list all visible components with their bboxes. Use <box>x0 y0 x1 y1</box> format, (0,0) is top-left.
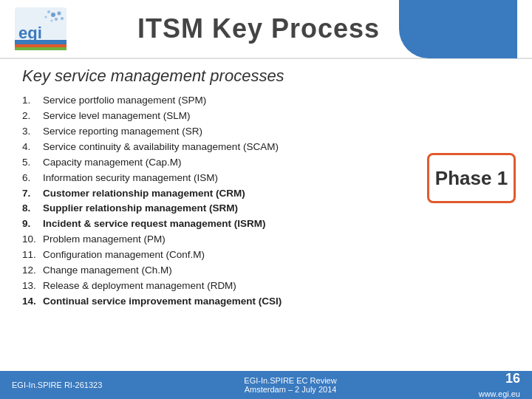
footer-right-area: 16 www.egi.eu <box>479 371 520 400</box>
svg-rect-9 <box>15 40 66 44</box>
list-item: 3.Service reporting management (SR) <box>22 124 510 140</box>
footer-center: EGI-In.SPIRE EC Review Amsterdam – 2 Jul… <box>244 376 336 394</box>
list-item-number: 14. <box>22 294 43 310</box>
list-item: 11.Configuration management (Conf.M) <box>22 248 510 263</box>
list-item-number: 7. <box>22 186 43 202</box>
list-item-number: 5. <box>22 155 43 171</box>
list-item-text: Service reporting management (SR) <box>43 124 202 140</box>
list-item-text: Service level management (SLM) <box>43 109 191 124</box>
svg-rect-10 <box>15 44 66 47</box>
list-item-number: 10. <box>22 232 43 248</box>
svg-text:egi: egi <box>18 24 42 42</box>
list-item: 1.Service portfolio management (SPM) <box>22 93 510 109</box>
footer: EGI-In.SPIRE RI-261323 EGI-In.SPIRE EC R… <box>0 371 532 399</box>
svg-point-6 <box>47 10 50 13</box>
footer-center-line1: EGI-In.SPIRE EC Review <box>244 376 336 385</box>
header-title-area: ITSM Key Process <box>118 13 399 44</box>
phase-label: Phase 1 <box>435 167 508 190</box>
list-item-text: Information security management (ISM) <box>43 171 218 186</box>
svg-point-8 <box>51 20 53 22</box>
main-content: 1.Service portfolio management (SPM)2.Se… <box>0 90 532 313</box>
list-item-text: Release & deployment management (RDM) <box>43 279 236 294</box>
list-item-number: 3. <box>22 124 43 140</box>
list-item-text: Incident & service request management (I… <box>43 216 266 232</box>
list-item-text: Supplier relationship management (SRM) <box>43 201 238 216</box>
list-item-number: 13. <box>22 279 43 294</box>
list-item-text: Change management (Ch.M) <box>43 263 172 279</box>
list-item-number: 8. <box>22 201 43 216</box>
list-item-number: 12. <box>22 263 43 279</box>
subtitle: Key service management processes <box>22 66 284 85</box>
footer-left: EGI-In.SPIRE RI-261323 <box>12 381 102 389</box>
list-item: 10.Problem management (PM) <box>22 232 510 248</box>
list-item: 14.Continual service improvement managem… <box>22 294 510 310</box>
list-item-text: Capacity management (Cap.M) <box>43 155 182 171</box>
page-title: ITSM Key Process <box>137 13 380 44</box>
list-item-text: Problem management (PM) <box>43 232 166 248</box>
list-item-text: Configuration management (Conf.M) <box>43 248 205 263</box>
footer-page-number: 16 <box>479 371 520 386</box>
list-item-number: 6. <box>22 171 43 186</box>
list-item: 9.Incident & service request management … <box>22 216 510 232</box>
footer-center-line2: Amsterdam – 2 July 2014 <box>245 385 337 394</box>
list-item: 12.Change management (Ch.M) <box>22 263 510 279</box>
list-item-text: Service continuity & availability manage… <box>43 140 279 155</box>
phase-box: Phase 1 <box>427 153 516 203</box>
list-item-number: 2. <box>22 109 43 124</box>
list-item-number: 9. <box>22 216 43 232</box>
subtitle-area: Key service management processes <box>0 59 532 90</box>
list-item: 8.Supplier relationship management (SRM) <box>22 201 510 216</box>
svg-point-5 <box>61 17 64 20</box>
svg-point-2 <box>51 13 55 17</box>
footer-website: www.egi.eu <box>479 389 520 398</box>
list-item: 2.Service level management (SLM) <box>22 109 510 124</box>
header: egi ITSM Key Process <box>0 0 532 59</box>
list-item-number: 4. <box>22 140 43 155</box>
list-item-text: Service portfolio management (SPM) <box>43 93 206 109</box>
list-item-text: Continual service improvement management… <box>43 294 282 310</box>
svg-point-7 <box>45 16 47 18</box>
list-item: 13.Release & deployment management (RDM) <box>22 279 510 294</box>
svg-rect-11 <box>15 47 66 50</box>
list-item-text: Customer relationship management (CRM) <box>43 186 245 202</box>
header-blue-bar <box>399 0 517 58</box>
list-item-number: 1. <box>22 93 43 109</box>
list-item-number: 11. <box>22 248 43 263</box>
svg-point-4 <box>55 18 58 21</box>
svg-point-3 <box>58 12 61 16</box>
egi-logo: egi <box>15 7 118 50</box>
